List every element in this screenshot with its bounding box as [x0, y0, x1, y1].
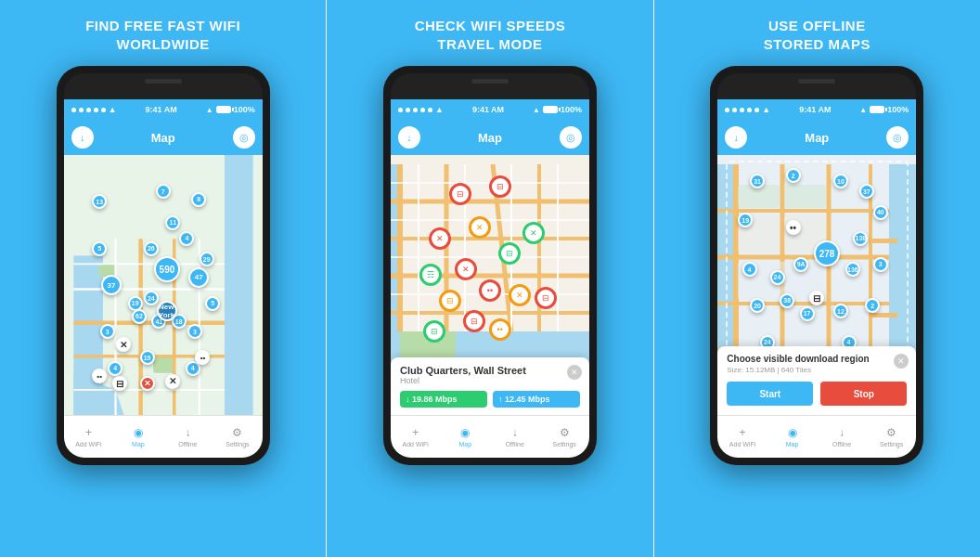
stop-download-button[interactable]: Stop [820, 382, 907, 406]
marker-62[interactable]: 62 [132, 309, 147, 324]
om4[interactable]: 37 [859, 184, 874, 199]
om16[interactable]: 17 [800, 306, 815, 321]
start-download-button[interactable]: Start [727, 382, 813, 406]
om10[interactable]: 24 [770, 270, 785, 285]
locate-btn-1[interactable]: ◎ [233, 126, 255, 149]
om9[interactable]: 4 [742, 262, 757, 277]
map-area-1[interactable]: 590 37 47 19 24 62 41 18 3 13 7 8 11 4 2… [64, 155, 263, 415]
om-tool1[interactable]: ⊟ [809, 291, 824, 305]
marker-3b[interactable]: 3 [187, 324, 202, 339]
om15[interactable]: 38 [780, 293, 794, 308]
tm7[interactable]: ⊟ [498, 242, 521, 265]
panel-1-title: FIND FREE FAST WIFI WORLDWIDE [85, 17, 240, 53]
tm3[interactable]: ✕ [469, 216, 491, 239]
nav-add-wifi-3[interactable]: + Add WiFi [717, 416, 767, 458]
svg-rect-4 [153, 356, 174, 373]
marker-dots2[interactable]: •• [195, 350, 210, 365]
tm2[interactable]: ⊟ [489, 175, 511, 198]
om12[interactable]: 136 [845, 262, 860, 277]
marker-tool2[interactable]: ✕ [165, 374, 180, 389]
marker-ny[interactable]: New York [157, 301, 177, 321]
add-wifi-icon-1: + [85, 426, 92, 439]
tm14[interactable]: ⊟ [423, 320, 445, 343]
marker-tool1[interactable]: ✕ [116, 337, 131, 352]
nav-offline-1[interactable]: ↓ Offline [163, 416, 213, 458]
marker-dots[interactable]: •• [92, 369, 107, 383]
nav-settings-1[interactable]: ⚙ Settings [213, 416, 263, 458]
marker-47[interactable]: 47 [188, 267, 209, 288]
nav-settings-2[interactable]: ⚙ Settings [539, 416, 589, 458]
marker-590[interactable]: 590 [154, 256, 180, 282]
om1[interactable]: 31 [750, 174, 765, 188]
phone-camera-2 [383, 78, 386, 85]
back-btn-1[interactable]: ↓ [71, 126, 94, 149]
om13[interactable]: 3 [873, 257, 888, 272]
tm8[interactable]: ✕ [522, 222, 545, 244]
map-bg-2: ⊟ ⊟ ✕ ✕ ☶ ✕ [391, 155, 589, 415]
marker-5a[interactable]: 5 [92, 241, 107, 256]
marker-8[interactable]: 8 [191, 192, 206, 207]
add-wifi-icon-3: + [740, 426, 746, 439]
battery-text-3: 100% [887, 105, 909, 114]
nav-offline-3[interactable]: ↓ Offline [817, 416, 867, 458]
marker-24[interactable]: 24 [144, 291, 159, 305]
locate-btn-3[interactable]: ◎ [886, 126, 909, 149]
om17[interactable]: 12 [833, 304, 848, 318]
tm4[interactable]: ✕ [429, 227, 451, 250]
om14[interactable]: 20 [750, 298, 765, 313]
marker-7[interactable]: 7 [156, 184, 171, 199]
om11[interactable]: 9A [793, 257, 808, 272]
map-area-3[interactable]: 31 2 10 37 40 19 138 278 4 24 9A 136 3 2… [717, 155, 916, 415]
nav-map-1[interactable]: ◉ Map [113, 416, 163, 458]
tm6[interactable]: ✕ [455, 258, 477, 280]
panel-3-title: USE OFFLINE STORED MAPS [764, 17, 870, 53]
marker-13[interactable]: 13 [92, 194, 107, 209]
om18[interactable]: 2 [865, 298, 880, 313]
marker-bed[interactable]: ⊟ [112, 376, 127, 391]
om2[interactable]: 2 [786, 168, 801, 183]
bottom-nav-2: + Add WiFi ◉ Map ↓ Offline ⚙ Settings [391, 415, 589, 458]
back-btn-3[interactable]: ↓ [725, 126, 747, 149]
nav-settings-3[interactable]: ⚙ Settings [867, 416, 917, 458]
tm9[interactable]: ⊟ [439, 290, 461, 312]
tm12[interactable]: ⊟ [463, 310, 485, 332]
marker-5b[interactable]: 5 [205, 296, 220, 311]
svg-rect-46 [784, 185, 826, 208]
marker-19b[interactable]: 19 [140, 350, 155, 365]
tm15[interactable]: •• [489, 318, 511, 341]
tm5[interactable]: ☶ [419, 264, 442, 286]
back-btn-2[interactable]: ↓ [398, 126, 420, 149]
nav-add-wifi-1[interactable]: + Add WiFi [64, 416, 114, 458]
panel-2-title: CHECK WIFI SPEEDS TRAVEL MODE [415, 17, 566, 53]
popup-hotel-type: Hotel [400, 376, 580, 385]
om5[interactable]: 40 [873, 205, 888, 220]
nav-add-wifi-2[interactable]: + Add WiFi [391, 416, 441, 458]
tm10[interactable]: •• [479, 279, 501, 302]
om7[interactable]: 138 [853, 231, 868, 246]
panel-offline-maps: USE OFFLINE STORED MAPS ▲ 9:41 AM ▲ [654, 0, 980, 557]
marker-red1[interactable]: ✕ [140, 376, 155, 391]
marker-11[interactable]: 11 [165, 215, 180, 230]
om-tool2[interactable]: •• [786, 220, 801, 235]
status-bar-3: ▲ 9:41 AM ▲ 100% [717, 99, 916, 120]
marker-4b[interactable]: 4 [108, 361, 122, 376]
nav-offline-2[interactable]: ↓ Offline [490, 416, 540, 458]
download-card: ✕ Choose visible download region Size: 1… [717, 346, 916, 415]
nav-map-3[interactable]: ◉ Map [767, 416, 818, 458]
tm13[interactable]: ⊟ [535, 287, 557, 309]
marker-37[interactable]: 37 [101, 275, 122, 295]
nav-map-2[interactable]: ◉ Map [440, 416, 490, 458]
om6[interactable]: 19 [738, 213, 753, 227]
map-area-2[interactable]: ⊟ ⊟ ✕ ✕ ☶ ✕ [391, 155, 589, 415]
signal-icon-2: ▲ [533, 106, 540, 114]
tm1[interactable]: ⊟ [449, 183, 471, 205]
om8[interactable]: 278 [814, 240, 840, 266]
tm11[interactable]: ✕ [509, 284, 531, 306]
marker-29[interactable]: 29 [200, 252, 214, 266]
popup-close-btn[interactable]: ✕ [567, 365, 582, 380]
marker-4a[interactable]: 4 [179, 231, 194, 246]
om3[interactable]: 10 [833, 174, 848, 188]
marker-26[interactable]: 26 [144, 241, 159, 256]
locate-btn-2[interactable]: ◎ [560, 126, 582, 149]
marker-3c[interactable]: 3 [100, 324, 115, 339]
